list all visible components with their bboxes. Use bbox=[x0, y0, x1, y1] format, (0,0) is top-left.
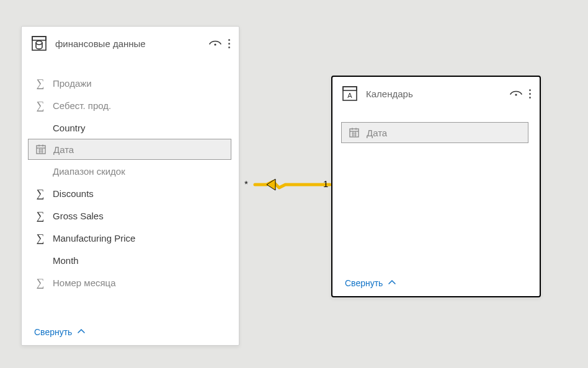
table-title-calendar: Календарь bbox=[366, 89, 509, 99]
visibility-icon[interactable] bbox=[208, 37, 222, 50]
storage-icon bbox=[30, 35, 48, 52]
relationship-right-cardinality: 1 bbox=[323, 178, 328, 189]
sigma-icon: ∑ bbox=[32, 77, 49, 89]
field-label: Дата bbox=[367, 128, 387, 138]
table-card-calendar[interactable]: A Календарь bbox=[331, 76, 541, 297]
field-row[interactable]: Дата bbox=[28, 139, 231, 160]
more-options-icon[interactable] bbox=[529, 89, 531, 99]
svg-rect-13 bbox=[343, 87, 357, 90]
sigma-icon: ∑ bbox=[32, 232, 49, 243]
field-row[interactable]: Country bbox=[24, 116, 234, 139]
field-scroll-financial[interactable]: ∑Продажи∑Себест. прод.Country ДатаДиапаз… bbox=[24, 72, 234, 310]
collapse-button-calendar[interactable]: Свернуть bbox=[332, 270, 540, 296]
sigma-icon: ∑ bbox=[32, 188, 49, 199]
date-table-icon: A bbox=[341, 85, 359, 102]
table-header-calendar: A Календарь bbox=[332, 77, 540, 111]
field-label: Manufacturing Price bbox=[53, 233, 135, 243]
sigma-icon: ∑ bbox=[32, 210, 49, 221]
table-header-financial: финансовые данные bbox=[22, 27, 239, 61]
field-label: Продажи bbox=[53, 78, 92, 89]
field-row[interactable]: Дата bbox=[341, 122, 528, 143]
field-label: Gross Sales bbox=[53, 211, 104, 221]
field-row[interactable]: ∑Номер месяца bbox=[24, 271, 234, 294]
field-row[interactable]: ∑Discounts bbox=[24, 182, 234, 204]
sigma-icon: ∑ bbox=[32, 277, 49, 288]
field-row[interactable]: Диапазон скидок bbox=[24, 160, 234, 182]
table-title-financial: финансовые данные bbox=[55, 38, 208, 49]
field-label: Номер месяца bbox=[53, 278, 116, 288]
field-row[interactable]: ∑Продажи bbox=[24, 72, 234, 94]
sigma-icon: ∑ bbox=[32, 100, 49, 111]
svg-marker-0 bbox=[267, 179, 275, 190]
svg-rect-2 bbox=[32, 37, 46, 40]
visibility-icon[interactable] bbox=[509, 87, 523, 100]
field-label: Country bbox=[53, 123, 86, 133]
chevron-up-icon bbox=[77, 327, 86, 338]
chevron-up-icon bbox=[388, 278, 396, 289]
svg-rect-1 bbox=[32, 37, 46, 50]
field-row[interactable]: Month bbox=[24, 249, 234, 271]
field-list-calendar: Дата bbox=[332, 111, 540, 270]
svg-point-15 bbox=[515, 94, 517, 95]
field-list-financial: ∑Продажи∑Себест. прод.Country ДатаДиапаз… bbox=[22, 61, 239, 319]
field-row[interactable]: ∑Gross Sales bbox=[24, 204, 234, 227]
table-card-financial[interactable]: финансовые данные ∑Продажи∑Себест. прод.… bbox=[21, 26, 239, 346]
svg-text:A: A bbox=[347, 92, 352, 99]
field-label: Month bbox=[53, 255, 79, 266]
field-label: Дата bbox=[53, 144, 74, 155]
svg-point-3 bbox=[214, 43, 216, 45]
field-label: Диапазон скидок bbox=[53, 166, 125, 177]
field-row[interactable]: ∑Manufacturing Price bbox=[24, 227, 234, 249]
field-scroll-calendar[interactable]: Дата bbox=[335, 122, 535, 261]
field-label: Себест. прод. bbox=[53, 100, 111, 111]
collapse-button-financial[interactable]: Свернуть bbox=[22, 319, 239, 345]
calendar-icon bbox=[345, 127, 363, 138]
calendar-icon bbox=[32, 144, 50, 155]
relationship-left-cardinality: * bbox=[244, 178, 248, 189]
field-label: Discounts bbox=[53, 188, 94, 199]
more-options-icon[interactable] bbox=[228, 39, 230, 48]
field-row[interactable]: ∑Себест. прод. bbox=[24, 94, 234, 116]
